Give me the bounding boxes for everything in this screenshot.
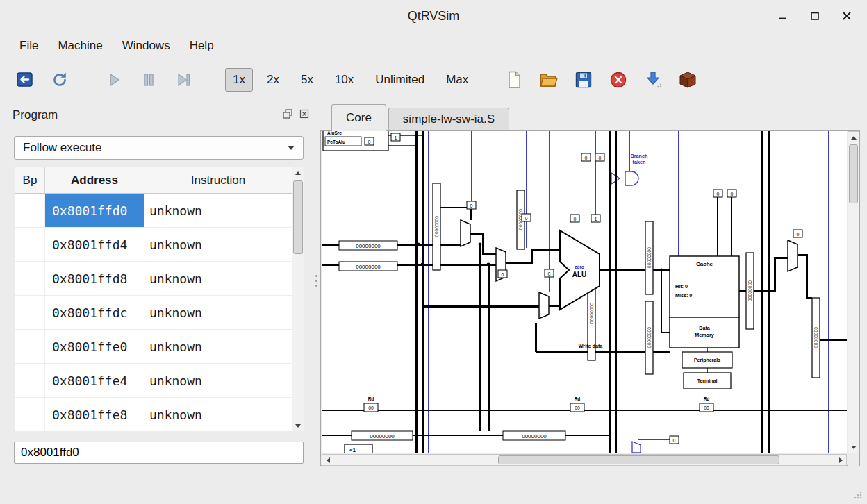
close-button[interactable] [838,7,856,25]
scroll-up-button[interactable] [292,167,304,178]
speed-unlimited-button[interactable]: Unlimited [368,68,432,92]
svg-text:0: 0 [599,156,602,160]
bp-cell[interactable] [15,364,45,397]
scrollbar-thumb[interactable] [849,144,858,203]
table-row[interactable]: 0x8001ffd8 unknown [15,262,304,296]
menu-machine[interactable]: Machine [48,33,112,58]
menu-windows[interactable]: Windows [113,33,180,58]
brick-icon [677,69,698,90]
window-controls [774,0,856,32]
header-instruction[interactable]: Instruction [144,167,292,193]
resize-grip[interactable] [852,489,864,501]
rd-field-group: Rd 00 [364,396,378,412]
instruction-cell: unknown [144,228,292,261]
scrollbar-corner [848,454,859,466]
register-value: 00000000 [814,327,818,348]
speed-10x-button[interactable]: 10x [327,68,361,92]
bp-cell[interactable] [15,330,45,363]
write-data-label: Write data [579,343,604,349]
svg-text:taken: taken [633,159,646,165]
table-row[interactable]: 0x8001ffd0 unknown [15,194,304,228]
register-value: 00000000 [647,327,652,348]
address-cell: 0x8001ffe8 [45,398,144,431]
pause-button[interactable] [136,67,161,92]
arrow-down-icon [295,424,301,428]
svg-text:0: 0 [368,140,371,144]
cache-miss: Miss: 0 [675,292,692,299]
bp-cell[interactable] [15,398,45,431]
core-diagram-viewport[interactable]: AluSrc PcToAlu 00000000 00000000 0000000… [322,131,847,453]
minimize-button[interactable] [774,7,792,25]
table-row[interactable]: 0x8001ffe8 unknown [15,398,304,432]
instruction-cell: unknown [144,330,292,363]
tab-source-file[interactable]: simple-lw-sw-ia.S [388,108,509,131]
alu-zero-label: zero [575,264,584,269]
menu-help[interactable]: Help [180,33,224,58]
header-bp[interactable]: Bp [15,167,45,193]
core-horizontal-scrollbar[interactable] [322,454,847,466]
dock-float-button[interactable] [281,107,295,121]
build-button[interactable] [675,67,700,92]
core-vertical-scrollbar[interactable] [848,131,859,453]
speed-2x-button[interactable]: 2x [259,68,287,92]
table-row[interactable]: 0x8001ffd4 unknown [15,228,304,262]
scroll-right-button[interactable] [835,455,846,465]
open-source-button[interactable] [536,67,561,92]
minimize-icon [777,10,788,22]
table-row[interactable]: 0x8001ffdc unknown [15,296,304,330]
dock-close-button[interactable] [297,107,311,121]
follow-execute-select[interactable]: Follow execute [14,136,304,160]
maximize-button[interactable] [806,7,824,25]
address-cell: 0x8001ffd4 [45,228,144,261]
scrollbar-thumb[interactable] [498,455,779,464]
bp-cell[interactable] [15,228,45,261]
svg-text:Rd: Rd [704,396,710,401]
speed-max-button[interactable]: Max [438,68,476,92]
rd-field-group: Rd 00 [700,396,713,412]
menu-file[interactable]: File [10,33,48,58]
core-tab-bar: Core simple-lw-sw-ia.S [320,104,511,131]
speed-1x-button[interactable]: 1x [225,68,253,92]
reset-icon [15,69,35,90]
tab-core[interactable]: Core [331,104,386,131]
reset-button[interactable] [13,67,38,92]
address-cell: 0x8001ffdc [45,296,144,329]
svg-text:Rd: Rd [575,396,581,401]
reload-button[interactable] [47,67,72,92]
bp-cell[interactable] [15,296,45,329]
scroll-down-button[interactable] [292,420,304,431]
pause-icon [138,69,159,90]
address-cell: 0x8001ffd0 [45,194,144,227]
address-input[interactable] [14,442,304,464]
control-unit-box: AluSrc PcToAlu [323,131,388,151]
cpu-datapath-diagram: AluSrc PcToAlu 00000000 00000000 0000000… [322,131,847,453]
new-source-button[interactable] [502,67,527,92]
bp-cell[interactable] [15,262,45,295]
scroll-down-button[interactable] [848,442,859,453]
bp-cell[interactable] [15,194,45,227]
instruction-cell: unknown [144,398,292,431]
program-panel: Program Follow execute Bp Address Instru… [8,104,313,467]
scrollbar-thumb[interactable] [293,180,303,254]
header-address[interactable]: Address [45,167,144,193]
scroll-left-button[interactable] [322,455,333,465]
svg-text:Terminal: Terminal [697,378,718,383]
reload-icon [49,69,70,90]
close-source-button[interactable] [606,67,631,92]
step-button[interactable] [171,67,196,92]
instruction-cell: unknown [144,194,292,227]
run-button[interactable] [101,67,126,92]
instruction-cell: unknown [144,296,292,329]
download-icon [643,69,663,90]
download-button[interactable] [641,67,666,92]
register-value: 00000000 [434,216,439,237]
svg-text:0: 0 [673,438,676,443]
speed-5x-button[interactable]: 5x [293,68,321,92]
table-row[interactable]: 0x8001ffe0 unknown [15,330,304,364]
dock-splitter-handle[interactable] [313,275,319,293]
arrow-down-icon [851,446,857,449]
table-row[interactable]: 0x8001ffe4 unknown [15,364,304,398]
program-table-scrollbar[interactable] [292,167,304,431]
save-source-button[interactable] [571,67,596,92]
scroll-up-button[interactable] [848,132,859,143]
